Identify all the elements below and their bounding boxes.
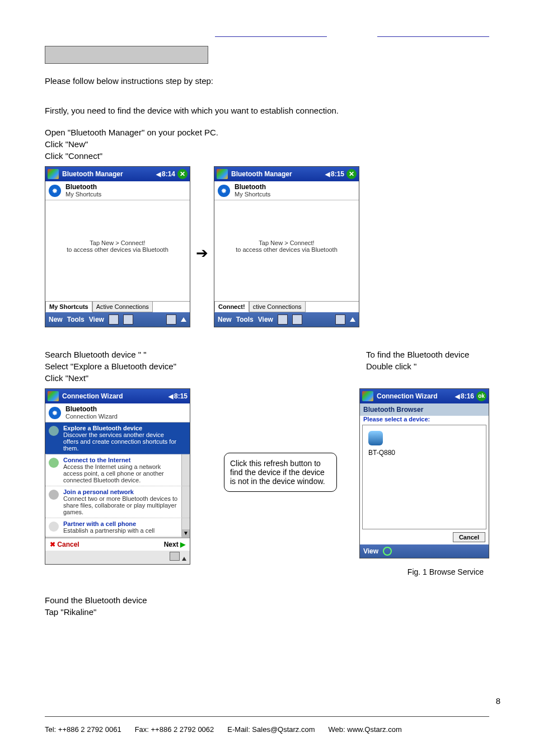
found-line-2: Tap "Rikaline" (45, 607, 489, 617)
footer-fax: Fax: ++886 2 2792 0062 (135, 725, 214, 734)
network-icon (49, 490, 59, 500)
clock: 8:15 (174, 392, 188, 400)
keyboard-icon[interactable] (170, 552, 180, 561)
body-hint-text: Tap New > Connect! to access other devic… (45, 200, 190, 301)
bluetooth-icon: ⁕ (49, 407, 61, 419)
menu-view[interactable]: View (363, 547, 378, 555)
clock: 8:14 (162, 170, 175, 178)
volume-icon: ◀ (455, 393, 460, 400)
toolbar-icon-2[interactable] (292, 314, 302, 325)
window-title: Connection Wizard (62, 392, 123, 400)
volume-icon: ◀ (156, 171, 161, 178)
subheader-sub: My Shortcuts (235, 191, 270, 198)
page-number: 8 (496, 696, 500, 706)
cancel-button[interactable]: Cancel (453, 532, 485, 542)
intro-2: Firstly, you need to find the device wit… (45, 106, 489, 115)
search-line-2: Select "Explore a Bluetooth device" (45, 361, 176, 371)
windows-flag-icon (362, 391, 373, 401)
footer-email: E-Mail: Sales@Qstarz.com (227, 725, 315, 734)
tab-active-connections[interactable]: ctive Connections (249, 301, 306, 312)
clock: 8:15 (331, 170, 344, 178)
next-button[interactable]: Next ▶ (164, 541, 185, 548)
wizard-item-desc: Access the Internet using a network acce… (63, 463, 180, 483)
menu-tools[interactable]: Tools (236, 316, 254, 323)
subheader-title: Bluetooth (65, 184, 101, 191)
wizard-item-desc: Connect two or more Bluetooth devices to… (63, 495, 180, 515)
up-arrow-icon[interactable] (350, 317, 355, 322)
browser-header: Bluetooth Browser (360, 403, 489, 416)
found-line-1: Found the Bluetooth device (45, 595, 489, 605)
toolbar-icon-1[interactable] (109, 314, 119, 325)
subheader-sub: Connection Wizard (65, 413, 118, 420)
footer-tel: Tel: ++886 2 2792 0061 (45, 725, 121, 734)
menu-view[interactable]: View (258, 316, 273, 323)
step-open: Open "Bluetooth Manager" on your pocket … (45, 128, 489, 137)
volume-icon: ◀ (168, 393, 173, 400)
bluetooth-icon: ⁕ (218, 185, 230, 197)
cancel-button[interactable]: ✖ Cancel (50, 541, 79, 548)
screenshot-bluetooth-browser: Connection Wizard ◀ 8:16 ok Bluetooth Br… (359, 388, 489, 558)
windows-flag-icon (48, 169, 59, 179)
device-name[interactable]: BT-Q880 (368, 449, 480, 457)
wizard-item-title: Explore a Bluetooth device (63, 425, 180, 431)
wizard-item-title: Join a personal network (63, 489, 180, 495)
close-icon[interactable]: ✕ (346, 169, 357, 179)
refresh-icon[interactable] (383, 547, 392, 556)
menu-new[interactable]: New (49, 316, 63, 323)
toolbar-icon-2[interactable] (123, 314, 133, 325)
screenshot-bt-manager-1: Bluetooth Manager ◀ 8:14 ✕ ⁕ Bluetooth M… (45, 166, 190, 327)
close-icon[interactable]: ✕ (177, 169, 188, 179)
wizard-item-personal-network[interactable]: Join a personal network Connect two or m… (45, 486, 190, 518)
find-line-1: To find the Bluetooth device (366, 350, 489, 359)
wizard-item-title: Connect to the Internet (63, 457, 180, 463)
tab-active-connections[interactable]: Active Connections (92, 301, 153, 312)
subheader-sub: My Shortcuts (65, 191, 101, 198)
window-title: Connection Wizard (377, 392, 438, 400)
window-title: Bluetooth Manager (231, 170, 292, 178)
screenshot-bt-manager-2: Bluetooth Manager ◀ 8:15 ✕ ⁕ Bluetooth M… (214, 166, 359, 327)
popup-connect[interactable]: Connect! (214, 301, 249, 312)
toolbar-icon-1[interactable] (278, 314, 288, 325)
wizard-item-partner-phone[interactable]: Partner with a cell phone Establish a pa… (45, 518, 190, 537)
menu-view[interactable]: View (89, 316, 104, 323)
empty-gray-field (45, 46, 208, 64)
keyboard-icon[interactable] (166, 314, 176, 325)
find-line-2: Double click " (366, 361, 489, 371)
keyboard-icon[interactable] (335, 314, 345, 325)
footer-web: Web: www.Qstarz.com (329, 725, 402, 734)
step-new: Click "New" (45, 139, 489, 149)
wizard-item-desc: Establish a partnership with a cell (63, 527, 180, 534)
volume-icon: ◀ (325, 171, 330, 178)
windows-flag-icon (48, 391, 59, 401)
tab-my-shortcuts[interactable]: My Shortcuts (45, 301, 92, 312)
step-connect: Click "Connect" (45, 151, 489, 161)
flow-arrow-icon: ➔ (196, 245, 208, 262)
wizard-item-internet[interactable]: Connect to the Internet Access the Inter… (45, 454, 190, 486)
globe-icon (49, 458, 59, 468)
search-line-3: Click "Next" (45, 373, 176, 383)
up-arrow-icon[interactable] (181, 317, 186, 322)
menu-new[interactable]: New (218, 316, 232, 323)
body-hint-text: Tap New > Connect! to access other devic… (214, 200, 359, 301)
device-icon[interactable] (368, 431, 383, 445)
bluetooth-icon: ⁕ (49, 185, 61, 197)
ok-button[interactable]: ok (476, 391, 486, 401)
window-title: Bluetooth Manager (62, 170, 123, 178)
screenshot-connection-wizard: Connection Wizard ◀ 8:15 ⁕ Bluetooth Con… (45, 388, 190, 565)
wizard-item-explore[interactable]: Explore a Bluetooth device Discover the … (45, 422, 190, 454)
browser-subheader: Please select a device: (360, 416, 489, 425)
intro-1: Please follow below instructions step by… (45, 76, 489, 86)
search-line-1: Search Bluetooth device " " (45, 350, 176, 359)
up-arrow-icon[interactable] (182, 557, 186, 561)
callout-refresh-hint: Click this refresh button to find the de… (224, 453, 337, 492)
wizard-item-title: Partner with a cell phone (63, 520, 180, 527)
figure-caption: Fig. 1 Browse Service (407, 567, 484, 576)
menu-tools[interactable]: Tools (67, 316, 85, 323)
wizard-item-desc: Discover the services another device off… (63, 431, 180, 452)
subheader-title: Bluetooth (235, 184, 270, 191)
clock: 8:16 (461, 392, 474, 400)
phone-icon (49, 522, 59, 532)
subheader-title: Bluetooth (65, 406, 118, 413)
search-device-icon (49, 426, 59, 436)
footer-divider (45, 716, 489, 717)
